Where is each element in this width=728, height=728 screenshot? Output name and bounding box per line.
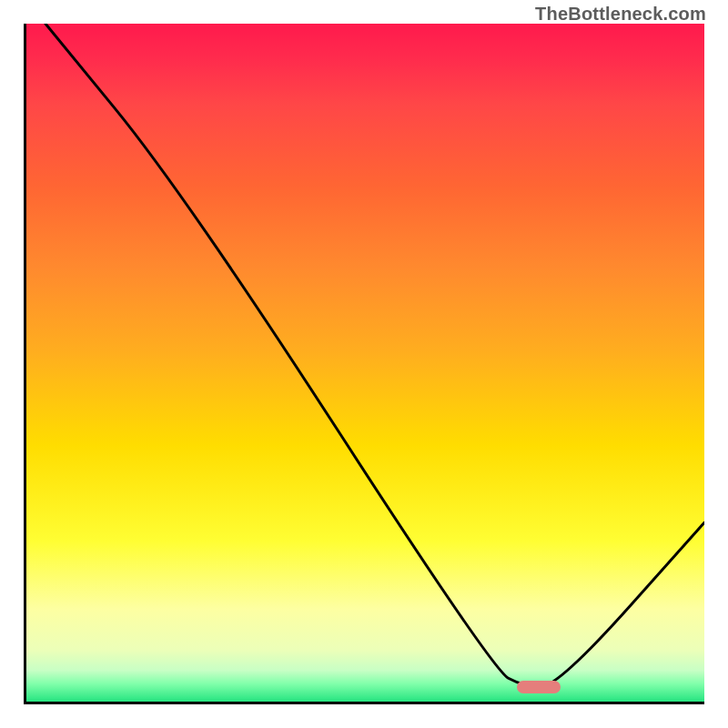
chart-background-gradient [24,24,704,704]
chart-plot-area [24,24,704,704]
watermark-text: TheBottleneck.com [535,4,706,25]
